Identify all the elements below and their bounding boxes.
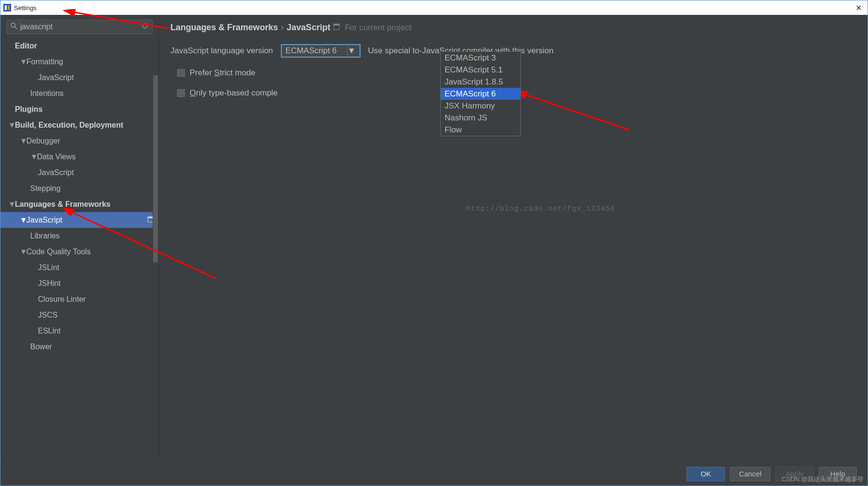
sidebar-item-label: JSHint (38, 279, 60, 288)
breadcrumb-part-1: Languages & Frameworks (170, 23, 278, 33)
app-logo-icon (3, 4, 11, 12)
dropdown-option[interactable]: ECMAScript 5.1 (441, 64, 520, 76)
svg-rect-1 (5, 5, 7, 10)
sidebar-item-label: Stepping (30, 184, 60, 193)
sidebar-item[interactable]: ▼Build, Execution, Deployment (0, 117, 158, 133)
sidebar-item-selected[interactable]: ▼JavaScript (0, 212, 158, 228)
sidebar-item[interactable]: ▼Code Quality Tools (0, 244, 158, 260)
dropdown-option[interactable]: ECMAScript 6 (441, 88, 520, 100)
sidebar-item-label: JavaScript (26, 216, 62, 225)
sidebar-item[interactable]: ▼Debugger (0, 133, 158, 149)
sidebar-item[interactable]: JSHint (0, 275, 158, 291)
sidebar-item-label: JavaScript (38, 168, 74, 177)
sidebar-item-label: Debugger (26, 137, 60, 145)
sidebar-item[interactable]: ESLint (0, 323, 158, 339)
breadcrumb-sep: › (281, 23, 284, 33)
dropdown-option[interactable]: Nashorn JS (441, 112, 520, 124)
settings-tree: Editor▼FormattingJavaScriptIntentionsPlu… (0, 38, 158, 462)
svg-line-4 (15, 27, 17, 29)
sidebar-item[interactable]: JSLint (0, 260, 158, 275)
search-icon (11, 23, 17, 31)
version-combobox-value: ECMAScript 6 (286, 46, 347, 56)
chevron-down-icon: ▼ (8, 121, 15, 130)
dropdown-option[interactable]: JavaScript 1.8.5 (441, 76, 520, 88)
main-pane: Languages & Frameworks › JavaScript For … (159, 15, 868, 462)
sidebar-item[interactable]: Stepping (0, 180, 158, 196)
sidebar-item[interactable]: Intentions (0, 85, 158, 101)
breadcrumb-part-2: JavaScript (287, 23, 330, 33)
sidebar: Editor▼FormattingJavaScriptIntentionsPlu… (0, 15, 159, 462)
sidebar-scrollbar[interactable] (153, 38, 158, 462)
sidebar-item[interactable]: ▼Languages & Frameworks (0, 196, 158, 212)
sidebar-item-label: Code Quality Tools (26, 248, 91, 256)
dropdown-option[interactable]: JSX Harmony (441, 100, 520, 112)
cancel-button[interactable]: Cancel (730, 467, 771, 481)
prefer-strict-checkbox[interactable] (177, 69, 185, 77)
dropdown-option[interactable]: ECMAScript 3 (441, 52, 520, 64)
sidebar-item-label: JSLint (38, 263, 59, 272)
sidebar-scrollbar-thumb[interactable] (153, 75, 158, 262)
search-input-wrap[interactable] (6, 20, 153, 34)
sidebar-item[interactable]: ▼Formatting (0, 54, 158, 70)
sidebar-item[interactable]: JavaScript (0, 70, 158, 85)
only-typed-label: Only type-based comple (190, 88, 277, 98)
sidebar-item[interactable]: ▼Data Views (0, 149, 158, 165)
ok-button[interactable]: OK (687, 467, 725, 481)
sidebar-item-label: JavaScript (38, 73, 74, 82)
svg-line-11 (524, 94, 629, 130)
project-scope-icon (333, 24, 340, 32)
breadcrumb: Languages & Frameworks › JavaScript For … (170, 23, 856, 33)
chevron-down-icon: ▼ (347, 46, 356, 56)
sidebar-item[interactable]: Bower (0, 339, 158, 355)
sidebar-item-label: Languages & Frameworks (15, 200, 110, 209)
chevron-down-icon: ▼ (20, 58, 26, 66)
sidebar-item-label: Data Views (37, 153, 76, 161)
titlebar: Settings ✕ (0, 0, 868, 15)
version-dropdown[interactable]: ECMAScript 3ECMAScript 5.1JavaScript 1.8… (440, 51, 521, 136)
sidebar-item[interactable]: JavaScript (0, 165, 158, 180)
svg-rect-9 (334, 24, 339, 25)
content: Editor▼FormattingJavaScriptIntentionsPlu… (0, 15, 868, 462)
sidebar-item-label: Closure Linter (38, 295, 86, 304)
sidebar-item-label: Formatting (26, 58, 63, 66)
chevron-down-icon: ▼ (8, 200, 15, 209)
sidebar-item-label: Bower (30, 343, 52, 351)
sidebar-item-label: Build, Execution, Deployment (15, 121, 123, 130)
window-title: Settings (14, 4, 36, 12)
breadcrumb-note: For current project (345, 23, 411, 33)
prefer-strict-label: Prefer Strict mode (190, 68, 255, 78)
svg-rect-0 (3, 4, 11, 12)
chevron-down-icon: ▼ (20, 137, 26, 145)
sidebar-item[interactable]: JSCS (0, 307, 158, 323)
sidebar-item-label: Libraries (30, 232, 60, 240)
watermark: http://blog.csdn.net/fgx_123456 (466, 205, 615, 213)
clear-icon[interactable] (142, 23, 148, 31)
sidebar-item[interactable]: Editor (0, 38, 158, 54)
svg-point-3 (11, 23, 15, 27)
close-icon[interactable]: ✕ (853, 3, 865, 12)
bottom-bar: OK Cancel Apply Help (0, 462, 868, 486)
csdn-watermark: CSDN @我这头发越来越多呀 (782, 475, 864, 484)
sidebar-item-label: ESLint (38, 327, 60, 335)
sidebar-item-label: Plugins (15, 105, 43, 114)
chevron-down-icon: ▼ (20, 248, 26, 256)
chevron-down-icon: ▼ (20, 216, 26, 225)
version-label: JavaScript language version (170, 46, 273, 56)
sidebar-item[interactable]: Libraries (0, 228, 158, 244)
only-typed-checkbox[interactable] (177, 89, 185, 97)
sidebar-item[interactable]: Closure Linter (0, 291, 158, 307)
svg-rect-2 (8, 5, 10, 10)
version-combobox[interactable]: ECMAScript 6 ▼ (281, 44, 361, 58)
sidebar-item-label: Editor (15, 42, 37, 50)
sidebar-item[interactable]: Plugins (0, 101, 158, 117)
search-input[interactable] (20, 23, 142, 31)
chevron-down-icon: ▼ (30, 153, 37, 161)
dropdown-option[interactable]: Flow (441, 124, 520, 136)
sidebar-item-label: Intentions (30, 89, 63, 98)
sidebar-item-label: JSCS (38, 311, 58, 320)
